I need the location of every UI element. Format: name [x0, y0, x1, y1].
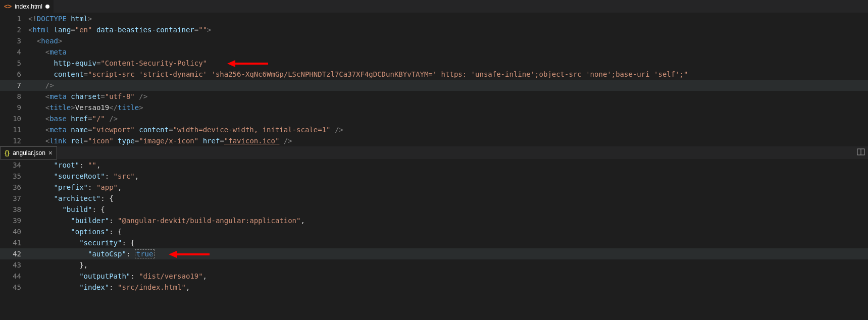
line-number: 45 [0, 282, 28, 293]
code-line[interactable]: "root": "", [28, 159, 868, 171]
code-line[interactable]: <base href="/" /> [28, 113, 868, 124]
tab-label: angular.json [13, 149, 45, 156]
line-number: 37 [0, 193, 28, 204]
line-number: 11 [0, 124, 28, 135]
code-line[interactable]: <!DOCTYPE html> [28, 13, 868, 24]
line-number: 36 [0, 182, 28, 193]
tab-angular-json[interactable]: {} angular.json × [0, 146, 57, 159]
code-line[interactable]: <meta charset="utf-8" /> [28, 91, 868, 102]
line-number: 35 [0, 171, 28, 182]
code-line[interactable]: content="script-src 'strict-dynamic' 'sh… [28, 69, 868, 80]
line-number: 2 [0, 24, 28, 35]
line-number: 9 [0, 102, 28, 113]
line-number: 41 [0, 237, 28, 248]
line-number: 8 [0, 91, 28, 102]
code-line[interactable]: "autoCsp": true [28, 248, 868, 259]
line-number: 7 [0, 80, 28, 91]
code-line[interactable]: "outputPath": "dist/versao19", [28, 271, 868, 282]
line-number: 12 [0, 135, 28, 146]
code-line[interactable]: <link rel="icon" type="image/x-icon" hre… [28, 135, 868, 146]
line-number: 38 [0, 204, 28, 215]
line-number: 4 [0, 46, 28, 58]
line-number: 3 [0, 35, 28, 46]
code-line[interactable]: "builder": "@angular-devkit/build-angula… [28, 215, 868, 226]
html-file-icon: <> [4, 3, 12, 10]
dirty-indicator-icon [45, 5, 49, 9]
code-line[interactable]: "index": "src/index.html", [28, 282, 868, 293]
code-line[interactable]: "options": { [28, 226, 868, 237]
editor-body-html[interactable]: 1<!DOCTYPE html> 2<html lang="en" data-b… [0, 13, 868, 146]
code-line[interactable]: <head> [28, 35, 868, 46]
code-line[interactable]: "architect": { [28, 193, 868, 204]
code-line[interactable]: <title>Versao19</title> [28, 102, 868, 113]
line-number: 5 [0, 58, 28, 69]
code-line[interactable]: http-equiv="Content-Security-Policy" [28, 58, 868, 69]
line-number: 10 [0, 113, 28, 124]
line-number: 44 [0, 271, 28, 282]
editor-body-json[interactable]: 34 "root": "", 35 "sourceRoot": "src", 3… [0, 159, 868, 293]
tab-index-html[interactable]: <> index.html [0, 0, 54, 13]
line-number: 6 [0, 69, 28, 80]
editor-pane-json: {} angular.json × 34 "root": "", 35 "sou… [0, 146, 868, 293]
editor-pane-html: <> index.html 1<!DOCTYPE html> 2<html la… [0, 0, 868, 146]
code-line[interactable]: "sourceRoot": "src", [28, 171, 868, 182]
code-line[interactable]: "build": { [28, 204, 868, 215]
code-line[interactable]: "prefix": "app", [28, 182, 868, 193]
split-editor-icon[interactable] [857, 148, 865, 157]
line-number: 34 [0, 159, 28, 171]
code-line[interactable]: <meta [28, 46, 868, 58]
code-line[interactable]: /> [28, 80, 868, 91]
line-number: 39 [0, 215, 28, 226]
code-line[interactable]: <html lang="en" data-beasties-container=… [28, 24, 868, 35]
tab-bar-top: <> index.html [0, 0, 868, 13]
code-line[interactable]: <meta name="viewport" content="width=dev… [28, 124, 868, 135]
code-line[interactable]: "security": { [28, 237, 868, 248]
close-icon[interactable]: × [48, 149, 53, 156]
code-line[interactable]: }, [28, 259, 868, 271]
line-number: 43 [0, 259, 28, 271]
line-number: 1 [0, 13, 28, 24]
tab-bar-bottom: {} angular.json × [0, 146, 868, 159]
json-file-icon: {} [5, 149, 10, 156]
line-number: 40 [0, 226, 28, 237]
line-number: 42 [0, 248, 28, 259]
tab-label: index.html [15, 3, 42, 10]
